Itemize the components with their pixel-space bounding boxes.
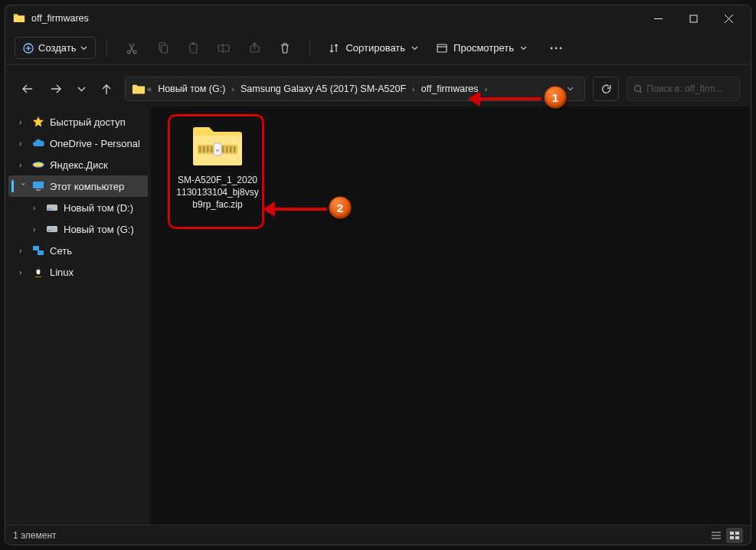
svg-rect-38 <box>207 146 209 152</box>
sidebar-item-label: Новый том (D:) <box>64 202 133 214</box>
chevron-right-icon: › <box>19 161 27 169</box>
folder-icon <box>13 13 25 24</box>
address-row: « Новый том (G:) › Samsung Galaxy A5 (20… <box>5 71 751 106</box>
chevron-right-icon: › <box>33 225 41 234</box>
sidebar-item-label: Новый том (G:) <box>64 224 134 235</box>
sidebar-item-label: Яндекс.Диск <box>50 159 108 171</box>
sidebar-item-network[interactable]: › Сеть <box>8 240 148 261</box>
chevron-down-icon <box>411 46 418 51</box>
forward-button[interactable] <box>45 78 67 100</box>
chevron-right-icon: › <box>33 204 41 212</box>
back-button[interactable] <box>16 78 38 100</box>
sidebar: › Быстрый доступ › OneDrive - Personal ›… <box>5 106 151 525</box>
sidebar-item-label: Этот компьютер <box>50 181 124 192</box>
sidebar-item-label: Сеть <box>50 245 72 257</box>
svg-rect-11 <box>190 44 197 53</box>
svg-rect-51 <box>730 532 734 535</box>
svg-rect-28 <box>47 208 51 210</box>
body: › Быстрый доступ › OneDrive - Personal ›… <box>5 106 751 525</box>
plus-circle-icon <box>23 43 34 54</box>
breadcrumb-item[interactable]: Новый том (G:) <box>153 81 230 97</box>
close-button[interactable] <box>711 5 746 31</box>
separator <box>106 40 107 57</box>
svg-point-34 <box>37 270 41 274</box>
chevron-right-icon[interactable]: › <box>412 84 415 93</box>
svg-rect-12 <box>191 42 195 44</box>
annotation-arrow <box>267 208 327 211</box>
search-box[interactable] <box>627 77 740 101</box>
icons-view-button[interactable] <box>726 528 743 543</box>
recent-button[interactable] <box>74 78 88 100</box>
svg-rect-43 <box>226 146 228 152</box>
copy-button[interactable] <box>149 36 176 61</box>
svg-rect-10 <box>161 45 167 53</box>
sidebar-item-onedrive[interactable]: › OneDrive - Personal <box>8 133 148 154</box>
chevron-right-icon[interactable]: › <box>231 84 234 93</box>
status-count: 1 элемент <box>13 530 57 541</box>
sidebar-item-label: Linux <box>50 267 74 278</box>
rename-button[interactable] <box>210 36 237 61</box>
svg-rect-39 <box>211 146 213 152</box>
more-button[interactable] <box>542 36 570 61</box>
star-icon <box>32 116 44 128</box>
sort-button[interactable]: Сортировать <box>321 38 426 58</box>
file-item[interactable]: SM-A520F_1_20201130133104_bj8vsyb9rp_fac… <box>175 120 260 211</box>
sidebar-item-label: Быстрый доступ <box>50 116 126 128</box>
svg-rect-54 <box>735 536 739 539</box>
pc-icon <box>32 180 44 192</box>
titlebar: off_firmwares <box>5 5 751 31</box>
minimize-button[interactable] <box>640 5 676 31</box>
sidebar-item-thispc[interactable]: › Этот компьютер <box>8 175 148 197</box>
annotation-arrow <box>473 97 542 100</box>
sidebar-item-yadisk[interactable]: › Яндекс.Диск <box>8 154 148 175</box>
share-button[interactable] <box>241 36 268 61</box>
view-label: Просмотреть <box>453 42 514 54</box>
linux-icon <box>32 266 44 278</box>
sort-icon <box>329 43 339 54</box>
refresh-button[interactable] <box>593 77 619 101</box>
svg-rect-42 <box>222 146 224 152</box>
chevron-down-icon: › <box>19 182 28 190</box>
separator <box>309 40 310 57</box>
drive-icon <box>46 223 58 235</box>
chevron-right-icon[interactable]: « <box>147 84 152 93</box>
sidebar-item-label: OneDrive - Personal <box>50 138 140 149</box>
cut-button[interactable] <box>118 36 146 61</box>
chevron-right-icon[interactable]: › <box>485 84 488 93</box>
search-input[interactable] <box>646 83 733 94</box>
svg-rect-31 <box>33 246 39 250</box>
create-label: Создать <box>38 42 76 54</box>
disk-icon <box>32 159 44 171</box>
search-icon <box>633 84 642 94</box>
content-area[interactable]: SM-A520F_1_20201130133104_bj8vsyb9rp_fac… <box>151 106 751 525</box>
network-icon <box>32 244 44 257</box>
sidebar-item-drive-d[interactable]: › Новый том (D:) <box>8 197 148 218</box>
svg-rect-37 <box>203 146 205 152</box>
annotation-badge: 2 <box>329 196 352 219</box>
up-button[interactable] <box>96 78 117 100</box>
paste-button[interactable] <box>179 36 207 61</box>
svg-rect-32 <box>38 250 44 255</box>
create-button[interactable]: Создать <box>15 37 96 59</box>
cloud-icon <box>32 137 44 149</box>
delete-button[interactable] <box>271 36 299 61</box>
maximize-button[interactable] <box>676 5 711 31</box>
svg-rect-13 <box>218 45 229 51</box>
explorer-window: off_firmwares Создать Сортировать Просмо… <box>5 5 751 545</box>
zip-folder-icon <box>190 120 245 168</box>
toolbar: Создать Сортировать Просмотреть <box>5 31 751 65</box>
details-view-button[interactable] <box>708 528 725 543</box>
file-name: SM-A520F_1_20201130133104_bj8vsyb9rp_fac… <box>175 174 260 211</box>
sidebar-item-quickaccess[interactable]: › Быстрый доступ <box>8 111 148 133</box>
sidebar-item-linux[interactable]: › Linux <box>8 261 148 283</box>
breadcrumb-item[interactable]: Samsung Galaxy A5 (2017) SM-A520F <box>236 81 411 97</box>
sidebar-item-drive-g[interactable]: › Новый том (G:) <box>8 218 148 240</box>
annotation-badge: 1 <box>544 86 567 109</box>
svg-rect-53 <box>730 536 734 539</box>
svg-point-19 <box>555 47 558 49</box>
view-icon <box>437 44 447 53</box>
drive-icon <box>46 201 58 214</box>
svg-rect-36 <box>199 146 201 152</box>
view-button[interactable]: Просмотреть <box>429 38 535 58</box>
window-title: off_firmwares <box>31 13 89 24</box>
